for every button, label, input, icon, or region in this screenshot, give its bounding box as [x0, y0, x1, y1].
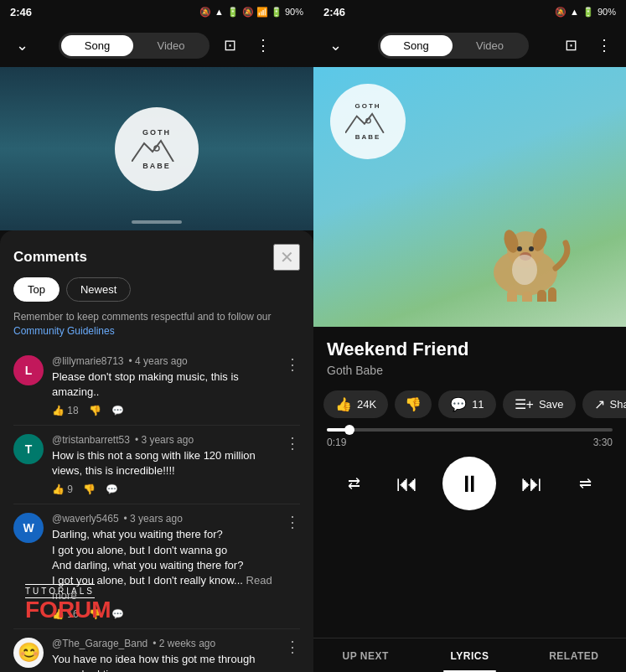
right-video-tab[interactable]: Video	[454, 35, 526, 56]
progress-bar[interactable]	[327, 428, 613, 432]
left-time: 2:46	[10, 6, 32, 18]
comment-more-icon[interactable]: ⋮	[285, 513, 300, 620]
comments-header: Comments ✕	[0, 230, 313, 277]
like-button[interactable]: 👍 9	[52, 483, 73, 495]
sort-tabs: Top Newest	[0, 277, 313, 310]
left-status-bar: 2:46 🔕 ▲ 🔋 🔕 📶 🔋 90%	[0, 0, 313, 23]
comment-time: • 2 weeks ago	[153, 638, 215, 649]
pause-icon: ⏸	[458, 470, 481, 498]
avatar: 😊	[13, 638, 44, 668]
tab-up-next[interactable]: UP NEXT	[313, 638, 417, 672]
right-status-bar: 2:46 🔕 ▲ 🔋 90%	[313, 0, 626, 23]
left-status-icons: 🔕 ▲ 🔋 🔕 📶 🔋 90%	[199, 7, 303, 18]
avatar: T	[13, 434, 44, 464]
comment-meta: @lillymarie8713 • 4 years ago	[52, 355, 277, 367]
like-button[interactable]: 👍 18	[52, 405, 79, 416]
next-button[interactable]: ⏭	[514, 465, 551, 502]
comment-icon: 💬	[450, 396, 467, 412]
signal-icon: ▲	[570, 7, 579, 17]
share-icon: ↗	[594, 396, 605, 412]
svg-point-12	[512, 255, 537, 285]
left-panel: 2:46 🔕 ▲ 🔋 🔕 📶 🔋 90% ⌄ Song Video ⊡ ⋮ GO…	[0, 0, 313, 672]
right-panel: 2:46 🔕 ▲ 🔋 90% ⌄ Song Video ⊡ ⋮	[313, 0, 626, 672]
close-comments-button[interactable]: ✕	[273, 244, 300, 271]
more-options-icon[interactable]: ⋮	[250, 36, 277, 54]
dislike-button[interactable]: 👎	[395, 390, 432, 418]
right-status-icons: 🔕 ▲ 🔋 90%	[555, 7, 616, 18]
battery-percent: 🔕 📶 🔋 90%	[242, 7, 303, 18]
progress-section: 0:19 3:30	[313, 425, 626, 448]
svg-rect-8	[507, 290, 517, 302]
left-song-tab[interactable]: Song	[61, 35, 133, 56]
comment-actions: 👍 18 👎 💬	[52, 405, 277, 416]
comment-actions: 👍 9 👎 💬	[52, 483, 277, 495]
chevron-down-icon[interactable]: ⌄	[8, 36, 35, 54]
battery-icon: 🔋	[582, 7, 594, 18]
share-button[interactable]: ↗ Sha...	[582, 390, 626, 418]
sort-newest-button[interactable]: Newest	[66, 277, 131, 302]
mute-icon: 🔕	[555, 7, 567, 18]
comment-more-icon[interactable]: ⋮	[285, 434, 300, 495]
dislike-button[interactable]: 👎	[83, 483, 96, 495]
cast-icon[interactable]: ⊡	[216, 36, 243, 54]
comment-item: T @tristanbarrett53 • 3 years ago How is…	[13, 426, 300, 504]
more-options-icon[interactable]: ⋮	[591, 36, 618, 54]
save-button[interactable]: ☰+ Save	[503, 390, 576, 418]
tab-lyrics[interactable]: LYRICS	[417, 638, 521, 672]
left-logo: GOTH BABE	[115, 107, 199, 191]
shuffle-button[interactable]: ⇄	[335, 465, 372, 502]
dislike-button[interactable]: 👎	[89, 405, 101, 416]
song-title: Weekend Friend	[327, 339, 613, 360]
comments-list[interactable]: L @lillymarie8713 • 4 years ago Please d…	[0, 347, 313, 672]
comment-username: @lillymarie8713	[52, 355, 124, 367]
tab-related[interactable]: RELATED	[522, 638, 626, 672]
action-row: 👍 24K 👎 💬 11 ☰+ Save ↗ Sha...	[313, 384, 626, 425]
guidelines-link[interactable]: Community Guidelines	[13, 325, 115, 337]
chevron-down-icon[interactable]: ⌄	[322, 36, 349, 54]
right-time: 2:46	[323, 6, 345, 18]
avatar: L	[13, 355, 44, 385]
svg-point-6	[529, 246, 534, 251]
svg-rect-10	[537, 290, 546, 302]
reply-button[interactable]: 💬	[106, 483, 118, 495]
logo-text-bottom: BABE	[142, 162, 171, 170]
comment-body: @lillymarie8713 • 4 years ago Please don…	[52, 355, 277, 416]
comment-body: @tristanbarrett53 • 3 years ago How is t…	[52, 434, 277, 495]
guidelines-text: Remember to keep comments respectful and…	[0, 310, 313, 347]
comment-username: @The_Garage_Band	[52, 638, 147, 649]
right-logo-text-bottom: BABE	[355, 133, 381, 141]
current-time: 0:19	[327, 437, 346, 448]
comment-item: 😊 @The_Garage_Band • 2 weeks ago You hav…	[13, 629, 300, 672]
left-video-tab[interactable]: Video	[135, 35, 207, 56]
right-tab-group: Song Video	[378, 33, 529, 59]
total-time: 3:30	[593, 437, 613, 448]
right-song-tab[interactable]: Song	[380, 35, 453, 56]
player-controls: ⇄ ⏮ ⏸ ⏭ ⇌	[313, 448, 626, 522]
like-button[interactable]: 👍 24K	[323, 390, 388, 418]
previous-button[interactable]: ⏮	[389, 465, 426, 502]
sort-top-button[interactable]: Top	[13, 277, 59, 302]
comment-text: Please don't stop making music, this is …	[52, 370, 277, 400]
left-tab-group: Song Video	[59, 33, 210, 59]
reply-button[interactable]: 💬	[111, 608, 124, 620]
comment-more-icon[interactable]: ⋮	[285, 638, 300, 672]
battery-percent: 90%	[598, 7, 616, 17]
cast-icon[interactable]: ⊡	[557, 36, 584, 54]
pause-button[interactable]: ⏸	[442, 457, 496, 510]
mountain-icon	[132, 137, 182, 162]
right-top-bar: ⌄ Song Video ⊡ ⋮	[313, 23, 626, 67]
dog-illustration	[475, 209, 576, 302]
song-artist: Goth Babe	[327, 364, 613, 377]
watermark: TUTORIALS FORUM	[25, 584, 111, 622]
repeat-button[interactable]: ⇌	[567, 465, 604, 502]
signal-icon: ▲	[215, 7, 224, 17]
comment-more-icon[interactable]: ⋮	[285, 355, 300, 416]
comment-username: @waverly5465	[52, 513, 119, 525]
comment-time: • 3 years ago	[124, 513, 183, 525]
left-top-bar: ⌄ Song Video ⊡ ⋮	[0, 23, 313, 67]
swipe-handle[interactable]	[132, 220, 182, 224]
comments-button[interactable]: 💬 11	[438, 390, 495, 418]
comment-time: • 4 years ago	[129, 355, 188, 367]
reply-button[interactable]: 💬	[111, 405, 124, 416]
progress-thumb[interactable]	[344, 425, 354, 435]
